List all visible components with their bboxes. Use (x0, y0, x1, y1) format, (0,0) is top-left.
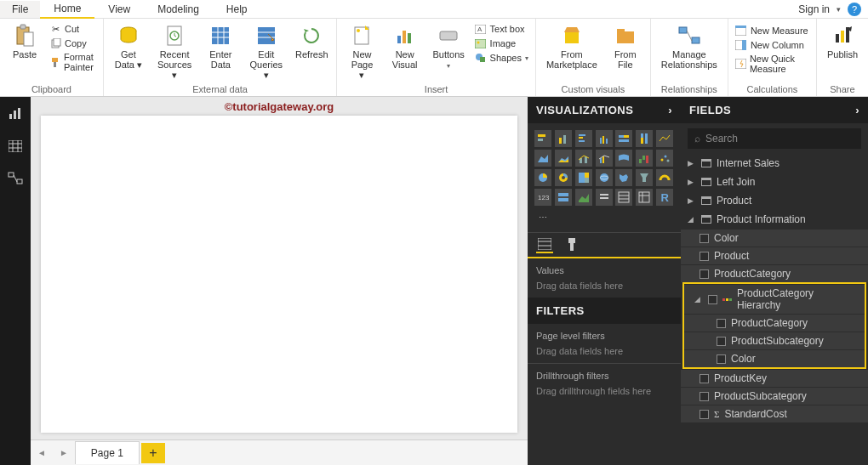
collapse-icon[interactable]: › (668, 104, 672, 116)
viz-filled-map[interactable] (615, 169, 632, 186)
viz-pie[interactable] (534, 169, 551, 186)
edit-queries-button[interactable]: EditQueries ▾ (243, 20, 288, 80)
viz-line[interactable] (656, 130, 673, 147)
copy-button[interactable]: Copy (48, 37, 98, 50)
data-view-button[interactable] (5, 136, 26, 156)
checkbox[interactable] (708, 295, 717, 304)
viz-treemap[interactable] (575, 169, 592, 186)
tab-home[interactable]: Home (40, 0, 94, 19)
table-product-information[interactable]: ◢Product Information (681, 210, 868, 229)
from-file-button[interactable]: FromFile (606, 20, 645, 70)
format-painter-button[interactable]: Format Painter (48, 51, 98, 73)
add-page-button[interactable]: + (141, 443, 165, 463)
viz-more[interactable]: ⋯ (534, 208, 551, 225)
field-color[interactable]: Color (681, 229, 868, 247)
tab-help[interactable]: Help (213, 1, 261, 18)
checkbox[interactable] (717, 319, 726, 328)
enter-data-button[interactable]: EnterData (201, 20, 240, 70)
image-button[interactable]: Image (473, 37, 530, 50)
page-filters-well[interactable]: Page level filters Drag data fields here (528, 324, 681, 363)
report-view-button[interactable] (5, 104, 26, 124)
search-input[interactable]: ⌕ Search (688, 128, 861, 149)
viz-stacked-area[interactable] (555, 150, 572, 167)
table-product[interactable]: ▶Product (681, 191, 868, 210)
viz-area[interactable] (534, 150, 551, 167)
prev-page-button[interactable]: ◄ (31, 448, 53, 457)
field-hierarchy[interactable]: ◢ProductCategory Hierarchy (684, 284, 865, 314)
new-column-button[interactable]: New Column (734, 38, 811, 52)
viz-funnel[interactable] (636, 169, 653, 186)
paste-button[interactable]: Paste (5, 20, 44, 60)
new-visual-button[interactable]: NewVisual (385, 20, 425, 70)
values-well[interactable]: Values Drag data fields here (528, 258, 681, 298)
field-h-subcategory[interactable]: ProductSubcategory (684, 332, 865, 349)
viz-stacked-column[interactable] (555, 130, 572, 147)
field-product[interactable]: Product (681, 247, 868, 264)
viz-ribbon[interactable] (615, 150, 632, 167)
field-productsubcategory[interactable]: ProductSubcategory (681, 387, 868, 405)
recent-sources-button[interactable]: RecentSources ▾ (151, 20, 198, 80)
table-left-join[interactable]: ▶Left Join (681, 173, 868, 191)
viz-multi-card[interactable] (555, 189, 572, 206)
checkbox[interactable] (700, 374, 709, 383)
checkbox[interactable] (700, 392, 709, 401)
viz-waterfall[interactable] (636, 150, 653, 167)
from-marketplace-button[interactable]: FromMarketplace (541, 20, 602, 70)
drillthrough-well[interactable]: Drillthrough filters Drag drillthrough f… (528, 363, 681, 403)
signin-link[interactable]: Sign in (798, 3, 830, 15)
viz-line-clustered[interactable] (596, 150, 613, 167)
viz-map[interactable] (596, 169, 613, 186)
viz-stacked-bar[interactable] (534, 130, 551, 147)
field-productcategory[interactable]: ProductCategory (681, 264, 868, 282)
viz-donut[interactable] (555, 169, 572, 186)
tab-view[interactable]: View (94, 1, 144, 18)
field-h-color[interactable]: Color (684, 349, 865, 367)
collapse-fields-icon[interactable]: › (855, 104, 859, 116)
viz-card[interactable]: 123 (534, 189, 551, 206)
viz-scatter[interactable] (656, 150, 673, 167)
viz-matrix[interactable] (636, 189, 653, 206)
chevron-down-icon[interactable]: ▾ (837, 5, 841, 14)
viz-line-column[interactable] (575, 150, 592, 167)
model-view-button[interactable] (5, 168, 26, 189)
viz-kpi[interactable] (575, 189, 592, 206)
field-h-category[interactable]: ProductCategory (684, 314, 865, 332)
new-quick-measure-button[interactable]: New Quick Measure (734, 53, 811, 75)
buttons-button[interactable]: Buttons▾ (428, 20, 470, 71)
fields-tab-button[interactable] (536, 236, 553, 253)
checkbox[interactable] (700, 252, 709, 261)
file-menu[interactable]: File (0, 1, 40, 18)
refresh-button[interactable]: Refresh (292, 20, 331, 60)
checkbox[interactable] (717, 337, 726, 346)
viz-slicer[interactable] (596, 189, 613, 206)
checkbox[interactable] (700, 234, 709, 243)
tab-modeling[interactable]: Modeling (144, 1, 213, 18)
report-canvas[interactable] (41, 116, 517, 433)
format-tab-button[interactable] (563, 236, 580, 253)
field-productkey[interactable]: ProductKey (681, 369, 868, 387)
checkbox[interactable] (717, 354, 726, 364)
svg-rect-52 (9, 173, 14, 177)
publish-button[interactable]: Publish (822, 20, 863, 60)
checkbox[interactable] (700, 410, 709, 419)
viz-clustered-bar[interactable] (575, 130, 592, 147)
cut-button[interactable]: ✂Cut (48, 22, 98, 36)
get-data-button[interactable]: GetData ▾ (109, 20, 148, 70)
viz-gauge[interactable] (656, 169, 673, 186)
shapes-button[interactable]: Shapes ▾ (473, 51, 530, 65)
field-standardcost[interactable]: ΣStandardCost (681, 405, 868, 422)
new-measure-button[interactable]: New Measure (734, 24, 811, 37)
help-icon[interactable]: ? (848, 3, 861, 16)
new-page-button[interactable]: NewPage ▾ (342, 20, 381, 80)
viz-clustered-column[interactable] (596, 130, 613, 147)
textbox-button[interactable]: AText box (473, 22, 530, 36)
viz-100-bar[interactable] (615, 130, 632, 147)
viz-r[interactable]: R (656, 189, 673, 206)
viz-100-column[interactable] (636, 130, 653, 147)
viz-table[interactable] (615, 189, 632, 206)
manage-relationships-button[interactable]: ManageRelationships (656, 20, 722, 70)
next-page-button[interactable]: ► (53, 448, 75, 457)
checkbox[interactable] (700, 269, 709, 279)
table-internet-sales[interactable]: ▶Internet Sales (681, 154, 868, 173)
page-tab-1[interactable]: Page 1 (75, 441, 140, 464)
